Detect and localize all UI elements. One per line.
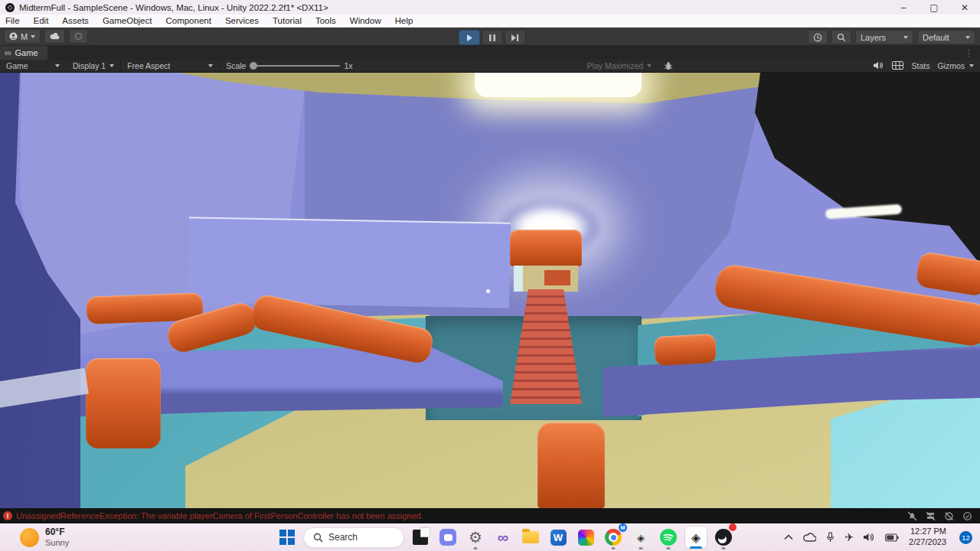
unity-toolbar: M [0, 28, 980, 46]
aspect-ratio-dropdown[interactable]: Free Aspect [121, 60, 220, 72]
notifications-muted-icon[interactable] [907, 511, 917, 521]
step-icon [511, 34, 519, 41]
taskbar-clock[interactable]: 12:27 PM 2/27/2023 [909, 527, 946, 548]
blocked-icon[interactable] [944, 511, 954, 521]
menu-tools[interactable]: Tools [309, 16, 343, 25]
pause-button[interactable] [482, 30, 503, 45]
volume-icon[interactable] [864, 533, 875, 542]
onedrive-icon[interactable] [803, 533, 816, 542]
account-initial: M [21, 32, 28, 41]
teams-chat-icon [439, 529, 456, 546]
obs-icon [715, 529, 732, 546]
speaker-icon [874, 61, 884, 70]
close-button[interactable]: ✕ [949, 0, 980, 15]
step-button[interactable] [505, 30, 526, 45]
view-tab-row: ∞ Game ⋮ [0, 46, 980, 60]
vsync-button[interactable] [892, 61, 903, 71]
chevron-down-icon [31, 35, 35, 38]
layers-label: Layers [861, 33, 886, 42]
taskbar-app-teams-chat[interactable] [436, 526, 459, 549]
menu-help[interactable]: Help [388, 16, 420, 25]
weather-widget[interactable]: 60°F Sunny [0, 527, 158, 547]
maximize-button[interactable]: ▢ [919, 0, 949, 15]
taskbar-app-snip-tool[interactable] [409, 526, 432, 549]
folder-icon [522, 531, 539, 543]
menu-services[interactable]: Services [218, 16, 266, 25]
cursor-dot [486, 289, 490, 293]
play-maximized-label: Play Maximized [587, 61, 644, 70]
tab-overflow-menu-icon[interactable]: ⋮ [959, 48, 980, 58]
game-viewport[interactable] [0, 73, 980, 508]
taskbar-app-unity-hub[interactable]: ◈ [629, 526, 652, 549]
play-button[interactable] [459, 30, 480, 45]
clock-time: 12:27 PM [910, 527, 946, 537]
taskbar-app-word[interactable]: W [547, 526, 570, 549]
cloud-button[interactable] [44, 29, 65, 44]
taskbar-app-unity-editor[interactable]: ◈ [684, 526, 707, 549]
debug-button[interactable] [658, 60, 679, 72]
taskbar-app-adobe-cc[interactable] [574, 526, 597, 549]
menu-assets[interactable]: Assets [55, 16, 96, 25]
check-circle-icon[interactable] [962, 511, 972, 521]
chevron-down-icon [109, 64, 114, 67]
menu-gameobject[interactable]: GameObject [96, 16, 159, 25]
windows-logo-icon [279, 530, 295, 545]
error-icon: ! [3, 511, 12, 520]
microphone-icon[interactable] [826, 532, 835, 543]
scene-doorway-mirror [514, 266, 523, 292]
start-button[interactable] [276, 526, 299, 549]
layout-dropdown[interactable]: Default [917, 30, 975, 44]
chevron-down-icon [647, 64, 652, 67]
tab-game[interactable]: ∞ Game [0, 46, 47, 60]
menu-component[interactable]: Component [158, 16, 217, 25]
play-maximized-dropdown[interactable]: Play Maximized [581, 60, 658, 72]
play-icon [466, 34, 473, 41]
collab-button[interactable] [69, 29, 88, 44]
search-button[interactable] [831, 30, 851, 44]
gizmos-dropdown[interactable]: Gizmos [937, 61, 974, 70]
scale-slider-knob[interactable] [250, 62, 257, 70]
bug-icon [664, 61, 673, 70]
mute-audio-button[interactable] [874, 61, 884, 71]
taskbar-app-spotify[interactable] [657, 526, 680, 549]
scene-doorway-inner-block [544, 270, 570, 285]
cache-disabled-icon[interactable] [926, 511, 936, 521]
spotify-icon [660, 529, 677, 546]
taskbar-app-settings[interactable]: ⚙ [464, 526, 487, 549]
account-button[interactable]: M [4, 29, 41, 44]
scale-slider[interactable] [250, 65, 340, 67]
menu-tutorial[interactable]: Tutorial [266, 16, 309, 25]
tray-expand-chevron-icon[interactable] [784, 534, 793, 540]
airplane-mode-icon[interactable]: ✈ [844, 531, 854, 543]
word-icon: W [550, 530, 567, 546]
stats-button[interactable]: Stats [911, 61, 929, 70]
chrome-icon [605, 529, 622, 546]
menu-window[interactable]: Window [343, 16, 388, 25]
pause-icon [489, 34, 495, 41]
search-box[interactable]: Search [303, 527, 404, 548]
chevron-down-icon [55, 64, 60, 67]
minimize-button[interactable]: – [888, 0, 919, 15]
chevron-down-icon [965, 36, 970, 39]
console-error-message[interactable]: UnassignedReferenceException: The variab… [16, 511, 423, 520]
scene-mid-wall-panel [188, 217, 511, 308]
scene-doorway-opening [514, 266, 578, 292]
gameview-mode-dropdown[interactable]: Game [0, 60, 67, 72]
scale-control: Scale 1x [220, 60, 358, 72]
window-title-bar: ◇ MidtermFull - SampleScene - Windows, M… [0, 0, 980, 15]
menu-edit[interactable]: Edit [27, 16, 56, 25]
undo-history-button[interactable] [808, 30, 828, 44]
battery-icon[interactable] [885, 533, 899, 542]
taskbar-app-obs[interactable] [712, 526, 735, 549]
taskbar-app-visual-studio[interactable]: ∞ [492, 526, 514, 549]
unity-logo-icon: ◇ [5, 3, 15, 12]
menu-file[interactable]: File [0, 16, 27, 25]
notification-count-badge[interactable]: 12 [959, 531, 972, 544]
taskbar-app-chrome[interactable]: M [602, 526, 625, 549]
chevron-down-icon [208, 64, 213, 67]
desktop-screen: ◇ MidtermFull - SampleScene - Windows, M… [0, 0, 980, 551]
layers-dropdown[interactable]: Layers [855, 30, 913, 44]
adobe-creative-cloud-icon [578, 530, 594, 546]
taskbar-app-file-explorer[interactable] [519, 526, 542, 549]
display-dropdown[interactable]: Display 1 [67, 60, 121, 72]
